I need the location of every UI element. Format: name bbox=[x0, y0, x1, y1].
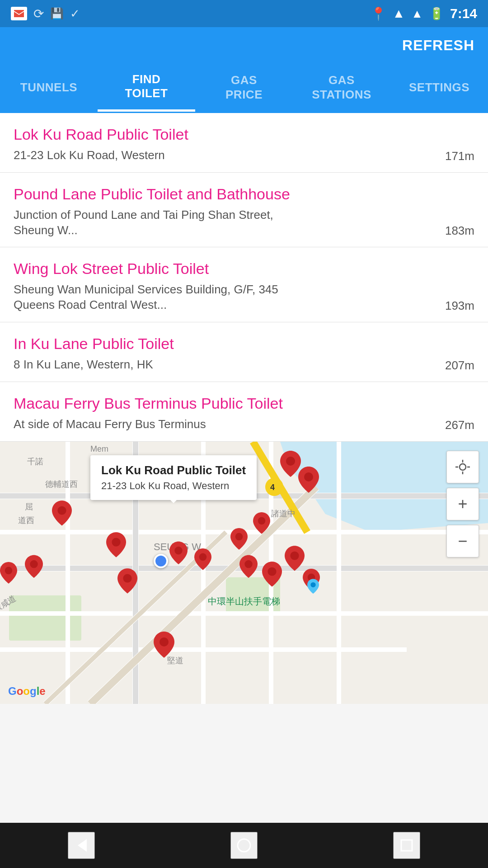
toilet-address-3: Sheung Wan Municipal Services Building, … bbox=[14, 282, 436, 313]
tab-bar: TUNNELS FINDTOILET GASPRICE GASSTATIONS … bbox=[0, 63, 488, 113]
toilet-item-4[interactable]: In Ku Lane Public Toilet 8 In Ku Lane, W… bbox=[0, 322, 488, 382]
battery-icon: 🔋 bbox=[429, 7, 444, 21]
tab-tunnels[interactable]: TUNNELS bbox=[0, 63, 98, 112]
svg-text:德輔道西: 德輔道西 bbox=[45, 480, 78, 489]
toilet-item-2[interactable]: Pound Lane Public Toilet and Bathhouse J… bbox=[0, 173, 488, 248]
svg-point-36 bbox=[57, 506, 66, 514]
toilet-info-row-2: Junction of Pound Lane and Tai Ping Shan… bbox=[14, 208, 474, 238]
toilet-item-3[interactable]: Wing Lok Street Public Toilet Sheung Wan… bbox=[0, 247, 488, 322]
svg-text:屈: 屈 bbox=[25, 502, 33, 511]
toilet-address-5: At side of Macau Ferry Bus Terminus bbox=[14, 417, 436, 432]
toilet-address-2: Junction of Pound Lane and Tai Ping Shan… bbox=[14, 208, 436, 238]
refresh-button[interactable]: REFRESH bbox=[402, 37, 474, 54]
zoom-out-button[interactable]: − bbox=[446, 525, 479, 557]
svg-point-37 bbox=[30, 560, 38, 568]
sdcard-icon: 💾 bbox=[50, 7, 64, 20]
svg-point-38 bbox=[5, 566, 13, 574]
map-pin-14[interactable] bbox=[285, 546, 305, 573]
toilet-list: Lok Ku Road Public Toilet 21-23 Lok Ku R… bbox=[0, 113, 488, 442]
toilet-distance-5: 267m bbox=[445, 418, 474, 432]
map-pin-10[interactable] bbox=[253, 512, 270, 536]
signal-icon: ▲ bbox=[411, 7, 423, 21]
toilet-info-row-1: 21-23 Lok Ku Road, Western 171m bbox=[14, 148, 474, 163]
toilet-name-2: Pound Lane Public Toilet and Bathhouse bbox=[14, 185, 474, 203]
top-bar: REFRESH bbox=[0, 27, 488, 63]
map-pin-5[interactable] bbox=[0, 561, 17, 586]
map-controls: + − bbox=[446, 451, 479, 557]
nav-back-button[interactable] bbox=[68, 832, 95, 859]
toilet-name-3: Wing Lok Street Public Toilet bbox=[14, 260, 474, 278]
map-pin-6[interactable] bbox=[106, 532, 126, 559]
svg-text:諸道中: 諸道中 bbox=[271, 509, 296, 518]
locate-button[interactable] bbox=[446, 451, 479, 483]
map-tooltip[interactable]: Lok Ku Road Public Toilet 21-23 Lok Ku R… bbox=[90, 455, 257, 500]
wifi-icon: ▲ bbox=[393, 6, 405, 21]
svg-marker-56 bbox=[78, 839, 87, 852]
toilet-info-row-5: At side of Macau Ferry Bus Terminus 267m bbox=[14, 417, 474, 432]
google-logo: Google bbox=[8, 685, 46, 698]
svg-text:4: 4 bbox=[270, 483, 275, 492]
gmail-icon bbox=[11, 7, 27, 20]
svg-point-44 bbox=[244, 560, 252, 568]
status-icons-right: 📍 ▲ ▲ 🔋 7:14 bbox=[371, 6, 478, 21]
map-background: 般咸道 德輔道西 堅道 中環半山扶手電梯 千諾 屈 道西 Mem 4 SEUNG… bbox=[0, 442, 488, 704]
svg-point-57 bbox=[238, 839, 250, 852]
toilet-item-5[interactable]: Macau Ferry Bus Terminus Public Toilet A… bbox=[0, 382, 488, 442]
toilet-address-1: 21-23 Lok Ku Road, Western bbox=[14, 148, 436, 163]
map-pin-4[interactable] bbox=[25, 555, 43, 580]
map-pin-11[interactable] bbox=[239, 555, 258, 580]
sync-icon: ⟳ bbox=[33, 6, 44, 21]
tab-gas-stations[interactable]: GASSTATIONS bbox=[293, 63, 390, 112]
map-pin-2[interactable] bbox=[298, 467, 319, 495]
svg-rect-58 bbox=[401, 840, 412, 851]
svg-point-35 bbox=[304, 472, 313, 481]
svg-point-41 bbox=[199, 553, 207, 561]
map-pin-water[interactable] bbox=[307, 577, 319, 597]
tab-settings[interactable]: SETTINGS bbox=[390, 63, 488, 112]
svg-point-49 bbox=[310, 582, 315, 587]
toilet-info-row-3: Sheung Wan Municipal Services Building, … bbox=[14, 282, 474, 313]
map-area[interactable]: 般咸道 德輔道西 堅道 中環半山扶手電梯 千諾 屈 道西 Mem 4 SEUNG… bbox=[0, 442, 488, 704]
svg-text:Mem: Mem bbox=[90, 444, 108, 453]
svg-point-46 bbox=[123, 574, 131, 582]
clock: 7:14 bbox=[450, 6, 477, 21]
toilet-distance-2: 183m bbox=[445, 224, 474, 238]
toilet-name-5: Macau Ferry Bus Terminus Public Toilet bbox=[14, 395, 474, 412]
tab-find-toilet[interactable]: FINDTOILET bbox=[98, 63, 195, 112]
toilet-name-4: In Ku Lane Public Toilet bbox=[14, 335, 474, 353]
map-pin-12[interactable] bbox=[262, 561, 282, 589]
zoom-in-button[interactable]: + bbox=[446, 488, 479, 520]
map-tooltip-title: Lok Ku Road Public Toilet bbox=[101, 463, 246, 477]
svg-point-50 bbox=[160, 637, 169, 646]
nav-home-button[interactable] bbox=[230, 832, 258, 859]
map-tooltip-address: 21-23 Lok Ku Road, Western bbox=[101, 480, 246, 492]
svg-text:中環半山扶手電梯: 中環半山扶手電梯 bbox=[208, 596, 280, 606]
svg-point-39 bbox=[112, 538, 120, 546]
current-location-dot bbox=[154, 554, 168, 568]
map-pin-bottom[interactable] bbox=[154, 632, 174, 660]
map-pin-8[interactable] bbox=[194, 548, 211, 572]
toilet-item-1[interactable]: Lok Ku Road Public Toilet 21-23 Lok Ku R… bbox=[0, 113, 488, 173]
nav-recent-button[interactable] bbox=[393, 832, 420, 859]
map-pin-13[interactable] bbox=[117, 568, 137, 595]
svg-point-42 bbox=[235, 533, 243, 540]
svg-point-34 bbox=[286, 457, 295, 466]
svg-text:道西: 道西 bbox=[18, 516, 34, 525]
tab-gas-price[interactable]: GASPRICE bbox=[195, 63, 293, 112]
toilet-distance-4: 207m bbox=[445, 359, 474, 373]
svg-rect-2 bbox=[9, 595, 81, 641]
toilet-distance-1: 171m bbox=[445, 149, 474, 163]
location-icon: 📍 bbox=[371, 6, 386, 21]
svg-point-45 bbox=[267, 567, 276, 576]
status-icons-left: ⟳ 💾 ✓ bbox=[11, 6, 80, 21]
svg-point-40 bbox=[174, 547, 182, 554]
map-pin-3[interactable] bbox=[52, 500, 72, 528]
map-pin-9[interactable] bbox=[230, 528, 248, 552]
svg-point-47 bbox=[290, 551, 299, 560]
toilet-name-1: Lok Ku Road Public Toilet bbox=[14, 126, 474, 143]
svg-text:千諾: 千諾 bbox=[27, 457, 43, 466]
nav-bar bbox=[0, 823, 488, 868]
map-pin-7[interactable] bbox=[169, 541, 188, 566]
toilet-address-4: 8 In Ku Lane, Western, HK bbox=[14, 357, 436, 373]
toilet-distance-3: 193m bbox=[445, 299, 474, 313]
